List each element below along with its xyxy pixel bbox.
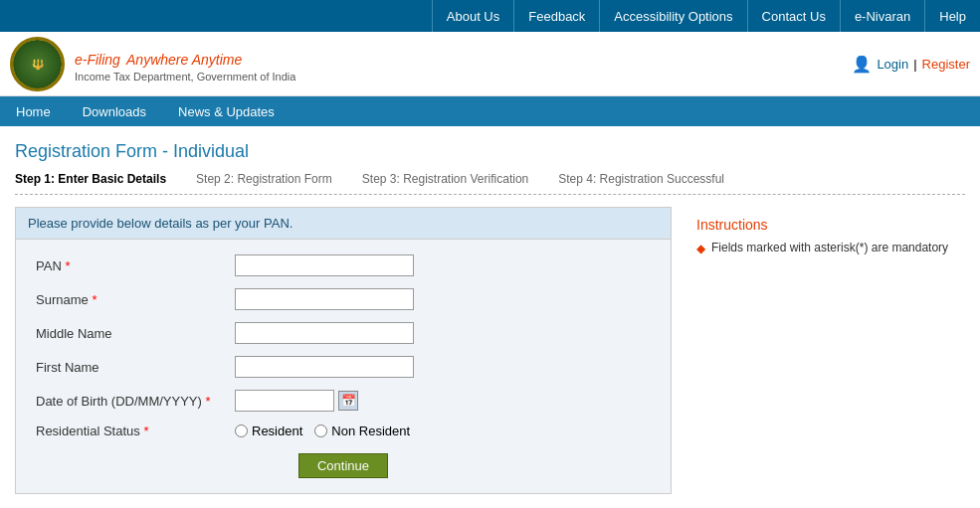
first-name-label: First Name	[36, 360, 235, 375]
dob-required: *	[206, 394, 211, 409]
brand-name: e-Filing Anywhere Anytime	[75, 45, 295, 71]
dob-row: Date of Birth (DD/MM/YYYY) * 📅	[36, 390, 651, 412]
main-nav-home[interactable]: Home	[0, 96, 67, 126]
main-nav-news-updates[interactable]: News & Updates	[162, 96, 291, 126]
residential-label-text: Residential Status	[36, 423, 140, 438]
brand-subtitle: Income Tax Department, Government of Ind…	[75, 71, 295, 83]
header-auth-section: 👤 Login | Register	[852, 55, 970, 74]
non-resident-radio[interactable]	[314, 424, 327, 437]
non-resident-label: Non Resident	[331, 423, 410, 438]
top-nav-e-nivaran[interactable]: e-Nivaran	[840, 0, 924, 32]
resident-radio[interactable]	[235, 424, 248, 437]
middle-name-label: Middle Name	[36, 326, 235, 341]
form-body: PAN * Surname * Middle Name	[16, 240, 671, 493]
middle-name-label-text: Middle Name	[36, 326, 112, 341]
continue-button[interactable]: Continue	[298, 453, 388, 478]
residential-status-label: Residential Status *	[36, 423, 235, 438]
auth-separator: |	[913, 57, 916, 72]
residential-required: *	[143, 423, 148, 438]
main-nav-downloads[interactable]: Downloads	[67, 96, 162, 126]
pan-label: PAN *	[36, 258, 235, 273]
page-title: Registration Form - Individual	[15, 141, 965, 162]
top-nav-about-us[interactable]: About Us	[432, 0, 513, 32]
surname-label-text: Surname	[36, 292, 89, 307]
instructions-panel: Instructions ◆ Fields marked with asteri…	[686, 207, 965, 494]
registration-steps: Step 1: Enter Basic Details Step 2: Regi…	[15, 172, 965, 195]
dob-label: Date of Birth (DD/MM/YYYY) *	[36, 394, 235, 409]
step-1: Step 1: Enter Basic Details	[15, 172, 196, 186]
brand-text: e-Filing Anywhere Anytime Income Tax Dep…	[75, 45, 295, 83]
top-nav-accessibility[interactable]: Accessibility Options	[599, 0, 746, 32]
non-resident-option[interactable]: Non Resident	[314, 423, 410, 438]
dob-label-text: Date of Birth (DD/MM/YYYY)	[36, 394, 202, 409]
step-3: Step 3: Registration Verification	[362, 172, 558, 186]
dob-input[interactable]	[235, 390, 334, 412]
brand-efiling-main: e-Filing	[75, 52, 120, 68]
pan-input[interactable]	[235, 254, 414, 276]
middle-name-row: Middle Name	[36, 322, 651, 344]
brand-section: 🔱 e-Filing Anywhere Anytime Income Tax D…	[10, 37, 295, 91]
site-header: 🔱 e-Filing Anywhere Anytime Income Tax D…	[0, 32, 980, 96]
resident-option[interactable]: Resident	[235, 423, 302, 438]
main-area: Please provide below details as per your…	[15, 207, 965, 494]
top-nav-contact-us[interactable]: Contact Us	[747, 0, 840, 32]
page-content: Registration Form - Individual Step 1: E…	[0, 126, 980, 508]
top-nav-help[interactable]: Help	[924, 0, 980, 32]
top-nav-feedback[interactable]: Feedback	[513, 0, 599, 32]
residential-status-options: Resident Non Resident	[235, 423, 410, 438]
top-navigation: About Us Feedback Accessibility Options …	[0, 0, 980, 32]
login-link[interactable]: Login	[877, 57, 908, 72]
first-name-row: First Name	[36, 356, 651, 378]
step-2: Step 2: Registration Form	[196, 172, 362, 186]
calendar-icon[interactable]: 📅	[338, 391, 358, 411]
pan-row: PAN *	[36, 254, 651, 276]
pan-label-text: PAN	[36, 258, 62, 273]
middle-name-input[interactable]	[235, 322, 414, 344]
registration-form-section: Please provide below details as per your…	[15, 207, 672, 494]
bullet-icon: ◆	[696, 242, 705, 255]
form-header: Please provide below details as per your…	[16, 208, 671, 240]
instruction-item-1: ◆ Fields marked with asterisk(*) are man…	[696, 241, 955, 255]
continue-row: Continue	[36, 453, 651, 478]
register-link[interactable]: Register	[922, 57, 970, 72]
instructions-title: Instructions	[696, 217, 955, 233]
first-name-input[interactable]	[235, 356, 414, 378]
instruction-text-1: Fields marked with asterisk(*) are manda…	[711, 241, 948, 254]
residential-status-row: Residential Status * Resident Non Reside…	[36, 423, 651, 438]
step-4: Step 4: Registration Successful	[558, 172, 754, 186]
brand-tagline: Anywhere Anytime	[126, 52, 242, 68]
surname-input[interactable]	[235, 288, 414, 310]
user-icon: 👤	[852, 55, 872, 74]
surname-required: *	[92, 292, 97, 307]
surname-label: Surname *	[36, 292, 235, 307]
resident-label: Resident	[252, 423, 302, 438]
surname-row: Surname *	[36, 288, 651, 310]
pan-required: *	[65, 258, 70, 273]
first-name-label-text: First Name	[36, 360, 99, 375]
government-logo: 🔱	[10, 37, 65, 91]
emblem: 🔱	[13, 40, 62, 88]
main-navigation: Home Downloads News & Updates	[0, 96, 980, 126]
